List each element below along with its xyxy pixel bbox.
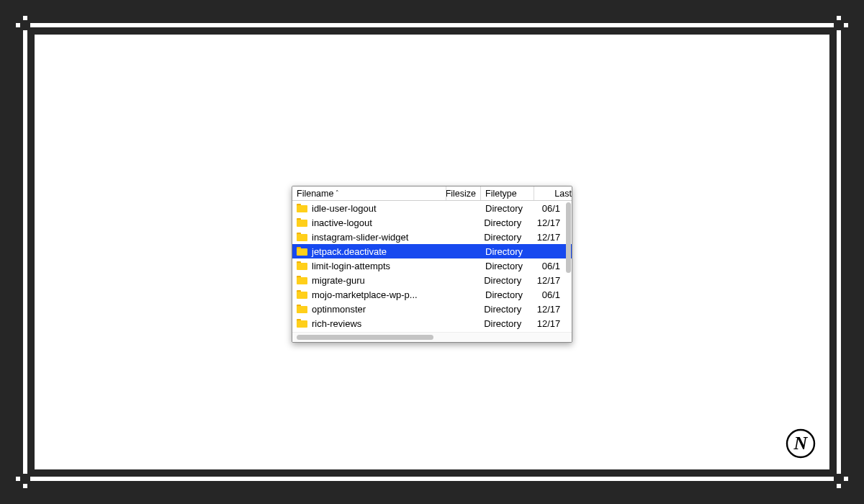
filename-text: jetpack.deactivate <box>312 246 387 257</box>
frame-gap <box>834 20 844 30</box>
cell-filename: idle-user-logout <box>292 203 446 214</box>
folder-icon <box>297 305 307 313</box>
cell-last: 12/17 <box>533 217 564 228</box>
table-row[interactable]: instagram-slider-widgetDirectory12/17 <box>292 230 572 244</box>
frame-gap <box>20 474 30 484</box>
column-header-label: Filesize <box>446 189 476 199</box>
cell-filename: rich-reviews <box>292 318 445 329</box>
cell-filetype: Directory <box>480 304 533 315</box>
watermark-letter: N <box>793 433 809 454</box>
cell-filetype: Directory <box>480 232 533 243</box>
frame-gap <box>20 20 30 30</box>
column-header-label: Filetype <box>485 189 517 199</box>
file-list-panel: Filename ˄ Filesize Filetype Last idle-u… <box>292 186 572 343</box>
cell-filetype: Directory <box>481 203 534 214</box>
folder-icon <box>297 233 307 241</box>
cell-last: 12/17 <box>533 232 564 243</box>
frame-bar-right <box>837 16 841 488</box>
filename-text: migrate-guru <box>312 275 365 286</box>
file-list-header: Filename ˄ Filesize Filetype Last <box>292 186 572 201</box>
cell-filename: optinmonster <box>292 304 445 315</box>
cell-filename: jetpack.deactivate <box>292 246 446 257</box>
frame-bar-left <box>23 16 27 488</box>
sort-asc-icon: ˄ <box>336 190 339 197</box>
column-header-label: Filename <box>297 189 333 199</box>
column-header-filesize[interactable]: Filesize <box>446 186 481 200</box>
table-row[interactable]: migrate-guruDirectory12/17 <box>292 273 572 287</box>
cell-last: 06/1 <box>534 261 564 271</box>
cell-filetype: Directory <box>481 289 534 300</box>
cell-last: 12/17 <box>533 318 564 329</box>
cell-filename: migrate-guru <box>292 275 445 286</box>
table-row[interactable]: rich-reviewsDirectory12/17 <box>292 316 572 330</box>
frame-bar-top <box>16 23 848 27</box>
cell-last: 06/1 <box>534 203 564 214</box>
table-row[interactable]: inactive-logoutDirectory12/17 <box>292 215 572 230</box>
cell-filename: instagram-slider-widget <box>292 232 445 243</box>
folder-icon <box>297 218 307 227</box>
cell-filename: limit-login-attempts <box>292 261 446 271</box>
cell-last: 12/17 <box>533 275 564 286</box>
folder-icon <box>297 290 307 299</box>
filename-text: optinmonster <box>312 304 366 315</box>
filename-text: rich-reviews <box>312 318 361 329</box>
filename-text: mojo-marketplace-wp-p... <box>312 289 418 300</box>
vertical-scrollbar-thumb[interactable] <box>566 202 571 273</box>
table-row[interactable]: limit-login-attemptsDirectory06/1 <box>292 258 572 273</box>
folder-icon <box>297 204 307 212</box>
file-list-rows: idle-user-logoutDirectory06/1inactive-lo… <box>292 201 572 332</box>
column-header-last[interactable]: Last <box>534 186 572 200</box>
cell-last: 12/17 <box>533 304 564 315</box>
column-header-filename[interactable]: Filename ˄ <box>292 186 446 200</box>
frame-gap <box>834 474 844 484</box>
cell-filename: mojo-marketplace-wp-p... <box>292 289 446 300</box>
frame-bar-bottom <box>16 477 848 481</box>
column-header-label: Last <box>554 189 572 199</box>
filename-text: idle-user-logout <box>312 203 377 214</box>
folder-icon <box>297 276 307 284</box>
watermark-logo: N <box>785 428 816 459</box>
table-row[interactable]: mojo-marketplace-wp-p...Directory06/1 <box>292 287 572 302</box>
filename-text: limit-login-attempts <box>312 261 390 271</box>
folder-icon <box>297 247 307 256</box>
cell-filetype: Directory <box>480 275 533 286</box>
table-row[interactable]: idle-user-logoutDirectory06/1 <box>292 201 572 215</box>
file-list-body: idle-user-logoutDirectory06/1inactive-lo… <box>292 201 572 332</box>
folder-icon <box>297 261 307 270</box>
filename-text: inactive-logout <box>312 217 372 228</box>
vertical-scrollbar[interactable] <box>566 202 571 320</box>
horizontal-scrollbar[interactable] <box>292 332 572 342</box>
page-frame: Filename ˄ Filesize Filetype Last idle-u… <box>0 0 864 504</box>
cell-filetype: Directory <box>480 217 533 228</box>
cell-filename: inactive-logout <box>292 217 445 228</box>
column-header-filetype[interactable]: Filetype <box>481 186 534 200</box>
table-row[interactable]: jetpack.deactivateDirectory <box>292 244 572 258</box>
horizontal-scrollbar-thumb[interactable] <box>297 335 433 340</box>
content-canvas: Filename ˄ Filesize Filetype Last idle-u… <box>35 35 829 469</box>
cell-filetype: Directory <box>481 261 534 271</box>
table-row[interactable]: optinmonsterDirectory12/17 <box>292 302 572 316</box>
filename-text: instagram-slider-widget <box>312 232 408 243</box>
cell-filetype: Directory <box>480 318 533 329</box>
cell-last: 06/1 <box>534 289 564 300</box>
cell-filetype: Directory <box>481 246 534 257</box>
folder-icon <box>297 319 307 328</box>
